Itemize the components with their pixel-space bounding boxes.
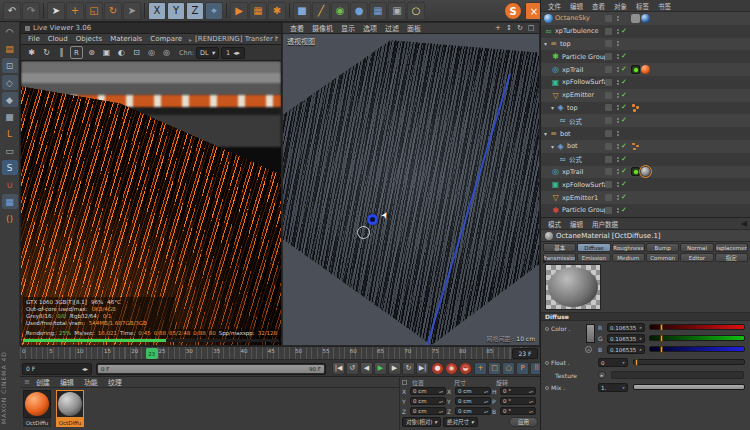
object-row[interactable]: ▽xpEmitter1✓ bbox=[541, 191, 750, 204]
visibility-toggle[interactable] bbox=[605, 104, 612, 111]
mat-menu-item[interactable]: 纹理 bbox=[104, 377, 126, 387]
viewport-menu-item[interactable]: 面板 bbox=[403, 23, 425, 33]
coord-field[interactable]: 0 °▴▾ bbox=[500, 407, 536, 415]
enabled-check[interactable]: ✓ bbox=[621, 181, 630, 188]
lv-menu-file[interactable]: File bbox=[24, 35, 44, 43]
viewport-menu-item[interactable]: 显示 bbox=[337, 23, 359, 33]
viewport-canvas[interactable]: ➤ 透视视图 网格间距 : 10 cm bbox=[283, 34, 539, 345]
render-settings-icon[interactable]: ✱ bbox=[268, 2, 286, 20]
viewport-menu-item[interactable]: 选项 bbox=[359, 23, 381, 33]
visibility-toggle[interactable] bbox=[605, 143, 612, 150]
keyframe-selection-button[interactable]: ◒ bbox=[459, 362, 472, 375]
axis-mode-icon[interactable]: L bbox=[2, 126, 18, 141]
tab-medium[interactable]: Medium bbox=[612, 253, 645, 262]
coord-field[interactable]: 0 cm▴▾ bbox=[410, 407, 446, 415]
mix-value-field[interactable]: 1.▸ bbox=[598, 383, 628, 392]
visibility-toggle[interactable] bbox=[605, 181, 612, 188]
object-row[interactable]: ▾≡top bbox=[541, 38, 750, 51]
editor-render-dots[interactable] bbox=[614, 169, 621, 174]
light-icon[interactable]: ○ bbox=[407, 2, 425, 20]
prev-key-button[interactable]: ↺ bbox=[346, 362, 359, 375]
tab-基本[interactable]: 基本 bbox=[543, 243, 576, 252]
last-tool-icon[interactable]: ➤ bbox=[123, 2, 141, 20]
enabled-check[interactable]: ✓ bbox=[621, 194, 630, 201]
expander-icon[interactable]: ▾ bbox=[551, 104, 554, 111]
channel-dropdown[interactable]: DL▾ bbox=[196, 47, 219, 59]
float-slider[interactable] bbox=[633, 359, 745, 365]
visibility-toggle[interactable] bbox=[605, 168, 612, 175]
am-menu-item[interactable]: 编辑 bbox=[566, 219, 587, 229]
enabled-check[interactable]: ✓ bbox=[621, 104, 630, 111]
object-row[interactable]: ≈xpTurbulence✓ bbox=[541, 25, 750, 38]
om-menu-item[interactable]: 文件 bbox=[544, 1, 565, 11]
am-menu-item[interactable]: 模式 bbox=[544, 219, 565, 229]
enabled-check[interactable]: ✓ bbox=[621, 168, 630, 175]
lv-menu-objects[interactable]: Objects bbox=[72, 35, 106, 43]
edges-mode-icon[interactable]: ◇ bbox=[2, 75, 18, 90]
pick-focus-icon[interactable]: ◎ bbox=[160, 46, 173, 59]
scale-tool-icon[interactable]: ◱ bbox=[85, 2, 103, 20]
restart-render-icon[interactable]: ↻ bbox=[40, 46, 53, 59]
visibility-toggle[interactable] bbox=[605, 130, 612, 137]
expander-icon[interactable]: ▾ bbox=[544, 130, 547, 137]
coord-system-icon[interactable]: ⌖ bbox=[205, 2, 223, 20]
alpha-mode-icon[interactable]: ◐ bbox=[115, 46, 128, 59]
texture-mode-icon[interactable]: ▤ bbox=[2, 41, 18, 56]
visibility-toggle[interactable] bbox=[605, 28, 612, 35]
record-keyframe-button[interactable]: ● bbox=[431, 362, 444, 375]
editor-render-dots[interactable] bbox=[614, 29, 621, 34]
camera-icon[interactable]: ▣ bbox=[388, 2, 406, 20]
tab-emission[interactable]: Emission bbox=[577, 253, 610, 262]
enabled-check[interactable]: ✓ bbox=[621, 117, 630, 124]
editor-render-dots[interactable] bbox=[614, 105, 621, 110]
live-viewer-titlebar[interactable]: Live Viewer 3.06 bbox=[21, 23, 281, 34]
current-frame-field[interactable]: 23 F bbox=[512, 348, 538, 359]
render-view[interactable]: GTX 1060 3GB(T)[8.1]96%46°C Out-of-core … bbox=[21, 61, 281, 345]
zoom-view-icon[interactable]: ↕ bbox=[504, 23, 514, 33]
lock-z-axis-icon[interactable]: Z bbox=[186, 2, 204, 20]
material-item[interactable]: OctDiffu bbox=[56, 390, 86, 427]
pan-view-icon[interactable]: + bbox=[493, 23, 503, 33]
cube-primitive-icon[interactable]: ■ bbox=[293, 2, 311, 20]
pen-spline-icon[interactable]: ╱ bbox=[312, 2, 330, 20]
rgb-lock-icon[interactable]: a bbox=[585, 346, 592, 353]
checkbox-icon[interactable] bbox=[402, 380, 407, 385]
expander-icon[interactable]: ▾ bbox=[551, 143, 554, 150]
om-menu-item[interactable]: 书签 bbox=[654, 1, 675, 11]
om-menu-item[interactable]: 对象 bbox=[610, 1, 631, 11]
coord-field[interactable]: 0 °▴▾ bbox=[500, 397, 536, 405]
apply-button[interactable]: 应用 bbox=[509, 417, 538, 427]
object-row[interactable]: ◎xpTrail✓ bbox=[541, 166, 750, 179]
slider-handle[interactable] bbox=[660, 346, 663, 353]
coord-mode-dropdown[interactable]: 对象(相对)▾ bbox=[402, 417, 441, 427]
editor-render-dots[interactable] bbox=[614, 118, 621, 123]
coord-field[interactable]: 0 cm▴▾ bbox=[455, 397, 491, 405]
material-preview[interactable] bbox=[545, 264, 601, 310]
render-picture-viewer-icon[interactable]: ▦ bbox=[249, 2, 267, 20]
film-region-icon[interactable]: ⊡ bbox=[130, 46, 143, 59]
material-item[interactable]: OctDiffu bbox=[23, 390, 53, 427]
particles-tag[interactable] bbox=[631, 103, 640, 112]
goto-start-button[interactable]: |◀ bbox=[332, 362, 345, 375]
lv-menu-cloud[interactable]: Cloud bbox=[44, 35, 72, 43]
animation-dot-icon[interactable] bbox=[545, 361, 549, 365]
material-tag-orange[interactable] bbox=[641, 65, 650, 74]
object-row[interactable]: ≈公式✓ bbox=[541, 114, 750, 127]
polygons-mode-icon[interactable]: ◆ bbox=[2, 92, 18, 107]
diffuse-section-header[interactable]: Diffuse bbox=[541, 312, 750, 321]
animation-dot-icon[interactable] bbox=[545, 386, 549, 390]
sky-tag[interactable] bbox=[641, 14, 650, 23]
enabled-check[interactable]: ✓ bbox=[621, 143, 630, 150]
frame-spinner[interactable]: 0 F◂▸ bbox=[22, 363, 92, 375]
material-tag-selected[interactable] bbox=[641, 167, 650, 176]
enabled-check[interactable]: ✓ bbox=[621, 79, 630, 86]
object-row[interactable]: ▾◈bot✓ bbox=[541, 140, 750, 153]
object-row[interactable]: ✱Particle Group 2✓ bbox=[541, 204, 750, 217]
octane-object-tag[interactable] bbox=[631, 167, 640, 176]
coord-field[interactable]: 0 cm▴▾ bbox=[410, 387, 446, 395]
lock-resolution-icon[interactable]: ▣ bbox=[100, 46, 113, 59]
visibility-toggle[interactable] bbox=[605, 66, 612, 73]
collapse-arrow-icon[interactable]: ◀ bbox=[741, 219, 747, 228]
mouse-icon[interactable]: ▭ bbox=[2, 143, 18, 158]
slider-handle[interactable] bbox=[660, 324, 663, 331]
